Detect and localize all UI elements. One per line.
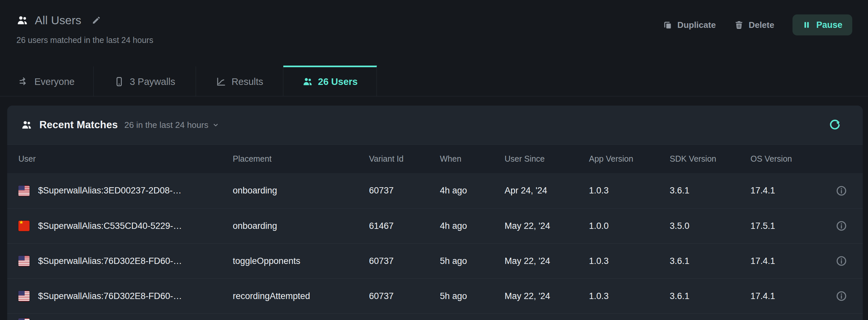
info-button[interactable] bbox=[835, 254, 848, 268]
info-cell bbox=[823, 289, 851, 303]
edit-title-button[interactable] bbox=[90, 14, 102, 27]
table-row[interactable]: $SuperwallAlias:C535CD40-5229-… onboardi… bbox=[7, 208, 863, 243]
pause-button[interactable]: Pause bbox=[793, 14, 852, 35]
user-alias: $SuperwallAlias:76D302E8-FD60-… bbox=[38, 291, 182, 301]
phone-icon bbox=[114, 76, 124, 87]
variant-id-cell: 60737 bbox=[369, 291, 440, 301]
column-header-os-version: OS Version bbox=[750, 154, 823, 164]
tab-users-label: 26 Users bbox=[318, 76, 358, 87]
info-icon bbox=[835, 255, 848, 267]
tab-results-label: Results bbox=[231, 76, 263, 87]
os-version-cell: 17.4.1 bbox=[750, 186, 823, 196]
pause-label: Pause bbox=[816, 20, 842, 30]
column-header-variant-id: Variant Id bbox=[369, 154, 440, 164]
variant-id-cell: 61467 bbox=[369, 221, 440, 231]
user-alias: $SuperwallAlias:3ED00237-2D08-… bbox=[38, 186, 182, 196]
sdk-version-cell: 3.6.1 bbox=[670, 256, 750, 266]
column-header-user-since: User Since bbox=[504, 154, 589, 164]
user-since-cell: May 22, '24 bbox=[504, 291, 589, 301]
when-cell: 5h ago bbox=[440, 256, 504, 266]
refresh-icon bbox=[828, 118, 842, 132]
table-body: $SuperwallAlias:3ED00237-2D08-… onboardi… bbox=[7, 173, 863, 320]
audience-split-icon bbox=[19, 76, 29, 87]
column-header-sdk-version: SDK Version bbox=[670, 154, 750, 164]
recent-matches-panel: Recent Matches 26 in the last 24 hours U… bbox=[7, 106, 863, 320]
os-version-cell: 17.4.1 bbox=[750, 291, 823, 301]
info-button[interactable] bbox=[835, 184, 848, 198]
user-cell: $SuperwallAlias:76D302E8-FD60-… bbox=[19, 256, 233, 266]
placement-cell: toggleOpponents bbox=[233, 256, 369, 266]
page-subtitle: 26 users matched in the last 24 hours bbox=[17, 35, 153, 45]
sdk-version-cell: 3.6.1 bbox=[670, 186, 750, 196]
os-version-cell: 17.4.1 bbox=[750, 256, 823, 266]
country-flag bbox=[19, 186, 30, 196]
tab-paywalls[interactable]: 3 Paywalls bbox=[94, 66, 196, 96]
app-version-cell: 1.0.3 bbox=[589, 256, 670, 266]
app-version-cell: 1.0.0 bbox=[589, 221, 670, 231]
duplicate-button[interactable]: Duplicate bbox=[663, 20, 716, 30]
info-cell bbox=[823, 254, 851, 268]
tab-everyone-label: Everyone bbox=[34, 76, 75, 87]
table-row[interactable]: $SuperwallAlias:76D302E8-FD60-… toggleOp… bbox=[7, 243, 863, 278]
panel-title: Recent Matches bbox=[39, 119, 118, 131]
sdk-version-cell: 3.5.0 bbox=[670, 221, 750, 231]
column-header-when: When bbox=[440, 154, 504, 164]
users-icon bbox=[302, 76, 313, 87]
tab-bar: Everyone 3 Paywalls Results bbox=[0, 66, 868, 96]
info-button[interactable] bbox=[835, 289, 848, 303]
delete-label: Delete bbox=[748, 20, 774, 30]
pause-icon bbox=[802, 21, 811, 29]
refresh-button[interactable] bbox=[827, 117, 843, 133]
table-row[interactable] bbox=[7, 314, 863, 320]
info-icon bbox=[835, 185, 848, 197]
user-alias: $SuperwallAlias:C535CD40-5229-… bbox=[38, 221, 182, 231]
info-icon bbox=[835, 220, 848, 232]
time-range-label: 26 in the last 24 hours bbox=[124, 120, 209, 130]
duplicate-label: Duplicate bbox=[677, 20, 716, 30]
info-cell bbox=[823, 219, 851, 233]
users-icon bbox=[17, 14, 28, 26]
table-row[interactable]: $SuperwallAlias:3ED00237-2D08-… onboardi… bbox=[7, 173, 863, 208]
user-cell bbox=[19, 318, 233, 320]
page-header: All Users 26 users matched in the last 2… bbox=[0, 0, 868, 66]
info-icon bbox=[835, 290, 848, 302]
country-flag bbox=[19, 221, 30, 231]
user-cell: $SuperwallAlias:C535CD40-5229-… bbox=[19, 221, 233, 231]
user-alias: $SuperwallAlias:76D302E8-FD60-… bbox=[38, 256, 182, 266]
column-header-user: User bbox=[19, 154, 233, 164]
pencil-icon bbox=[91, 15, 101, 25]
tab-everyone[interactable]: Everyone bbox=[0, 66, 94, 96]
when-cell: 4h ago bbox=[440, 221, 504, 231]
info-cell bbox=[823, 184, 851, 198]
chevron-down-icon bbox=[212, 121, 220, 129]
os-version-cell: 17.5.1 bbox=[750, 221, 823, 231]
user-since-cell: Apr 24, '24 bbox=[504, 186, 589, 196]
tab-users[interactable]: 26 Users bbox=[283, 66, 377, 96]
user-since-cell: May 22, '24 bbox=[504, 256, 589, 266]
app-version-cell: 1.0.3 bbox=[589, 186, 670, 196]
user-cell: $SuperwallAlias:3ED00237-2D08-… bbox=[19, 186, 233, 196]
country-flag bbox=[19, 291, 30, 301]
placement-cell: recordingAttempted bbox=[233, 291, 369, 301]
placement-cell: onboarding bbox=[233, 221, 369, 231]
header-actions: Duplicate Delete Pause bbox=[663, 14, 852, 35]
when-cell: 5h ago bbox=[440, 291, 504, 301]
app-version-cell: 1.0.3 bbox=[589, 291, 670, 301]
tab-paywalls-label: 3 Paywalls bbox=[130, 76, 175, 87]
table-row[interactable]: $SuperwallAlias:76D302E8-FD60-… recordin… bbox=[7, 278, 863, 314]
delete-button[interactable]: Delete bbox=[734, 20, 774, 30]
column-header-app-version: App Version bbox=[589, 154, 670, 164]
page-title: All Users bbox=[35, 14, 82, 27]
variant-id-cell: 60737 bbox=[369, 256, 440, 266]
when-cell: 4h ago bbox=[440, 186, 504, 196]
sdk-version-cell: 3.6.1 bbox=[670, 291, 750, 301]
trash-icon bbox=[734, 20, 744, 30]
time-range-dropdown[interactable]: 26 in the last 24 hours bbox=[124, 120, 220, 130]
duplicate-icon bbox=[663, 20, 673, 30]
column-header-placement: Placement bbox=[233, 154, 369, 164]
panel-header: Recent Matches 26 in the last 24 hours bbox=[7, 106, 863, 144]
placement-cell: onboarding bbox=[233, 186, 369, 196]
info-button[interactable] bbox=[835, 219, 848, 233]
users-icon bbox=[21, 119, 32, 131]
tab-results[interactable]: Results bbox=[196, 66, 283, 96]
